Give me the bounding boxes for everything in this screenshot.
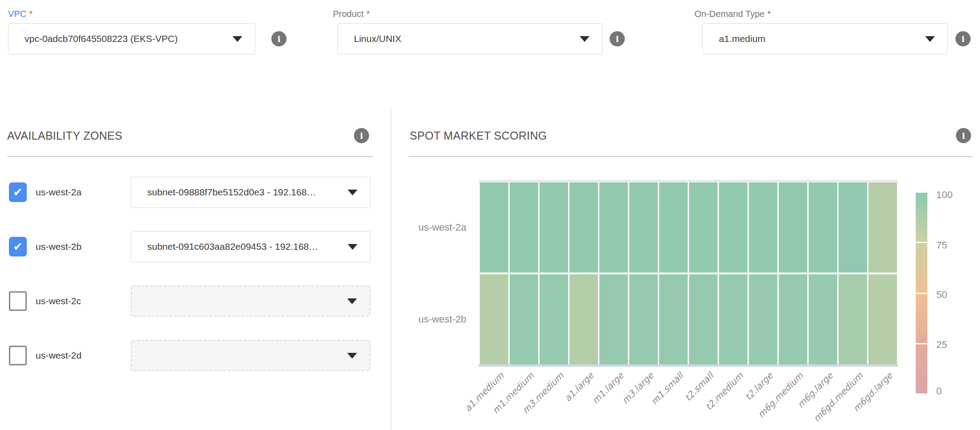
heatmap-cell-us-west-2b-m6gd.large — [868, 274, 897, 364]
on-demand-type-select[interactable]: a1.medium — [702, 23, 948, 54]
heatmap-cell-us-west-2b-m6gd.medium — [839, 274, 867, 364]
az-checkbox-us-west-2a[interactable]: ✔ — [9, 182, 27, 202]
product-label-text: Product — [333, 9, 364, 19]
subnet-select-us-west-2a[interactable]: subnet-09888f7be5152d0e3 - 192.168… — [131, 177, 370, 208]
heatmap-cell-us-west-2a-m6g.large — [809, 182, 837, 273]
heatmap-cell-us-west-2b-m3.medium — [540, 274, 568, 364]
subnet-select-us-west-2d[interactable] — [131, 340, 370, 371]
heatmap-cell-us-west-2a-m3.large — [629, 182, 658, 273]
check-icon: ✔ — [13, 240, 23, 254]
vpc-info-icon[interactable]: i — [271, 31, 287, 46]
heatmap-cell-us-west-2a-t2.small — [689, 182, 718, 273]
az-checkbox-us-west-2d[interactable]: ✔ — [9, 346, 27, 365]
chevron-down-icon — [233, 36, 242, 42]
heatmap-row-us-west-2b — [480, 274, 897, 364]
on-demand-type-info-icon[interactable]: i — [955, 31, 971, 46]
az-checkbox-us-west-2b[interactable]: ✔ — [9, 237, 27, 256]
product-select[interactable]: Linux/UNIX — [337, 23, 602, 54]
heatmap-cell-us-west-2a-m1.large — [599, 182, 628, 273]
heatmap-cell-us-west-2a-a1.large — [569, 182, 598, 273]
vpc-label-text: VPC — [8, 9, 26, 19]
colorbar-tick-label: 75 — [936, 240, 947, 251]
colorbar-segment — [916, 294, 927, 343]
heatmap-cell-us-west-2b-m6g.medium — [779, 274, 807, 364]
heatmap-cell-us-west-2a-m6gd.large — [868, 182, 897, 273]
on-demand-type-label-text: On-Demand Type — [694, 9, 765, 19]
panel-vertical-divider — [390, 109, 391, 430]
heatmap-row-us-west-2a — [480, 182, 897, 273]
vpc-required-asterisk: * — [29, 9, 33, 19]
az-checkbox-us-west-2c[interactable]: ✔ — [9, 291, 27, 311]
subnet-select-value: subnet-091c603aa82e09453 - 192.168… — [147, 241, 340, 252]
colorbar-tick-label: 25 — [936, 339, 947, 351]
heatmap-cell-us-west-2a-m3.medium — [540, 182, 568, 273]
chevron-down-icon — [348, 244, 357, 250]
colorbar-segment — [916, 243, 927, 292]
colorbar-tick-label: 50 — [936, 289, 947, 301]
spot-market-heatmap — [480, 182, 897, 364]
heatmap-cell-us-west-2b-m1.large — [599, 274, 628, 364]
product-field-label: Product* — [333, 9, 370, 19]
heatmap-cell-us-west-2a-m1.small — [659, 182, 688, 273]
subnet-select-us-west-2b[interactable]: subnet-091c603aa82e09453 - 192.168… — [131, 231, 370, 262]
colorbar-segment — [916, 344, 927, 393]
spot-market-scoring-title: SPOT MARKET SCORING — [410, 129, 547, 142]
az-row-us-west-2a: ✔ us-west-2a subnet-09888f7be5152d0e3 - … — [0, 177, 391, 208]
chevron-down-icon — [347, 353, 357, 359]
vpc-field-label: VPC* — [8, 9, 33, 19]
az-name-label: us-west-2a — [36, 177, 82, 208]
colorbar-tick-label: 100 — [936, 189, 953, 201]
az-row-us-west-2d: ✔ us-west-2d — [0, 340, 391, 371]
x-tick-label: m1.small — [649, 370, 685, 407]
chevron-down-icon — [580, 36, 590, 42]
az-row-us-west-2b: ✔ us-west-2b subnet-091c603aa82e09453 - … — [0, 231, 391, 262]
heatmap-cell-us-west-2b-t2.medium — [719, 274, 747, 364]
az-name-label: us-west-2d — [36, 340, 82, 371]
heatmap-cell-us-west-2b-a1.large — [569, 274, 598, 364]
availability-zones-info-icon[interactable]: i — [354, 128, 369, 143]
subnet-select-us-west-2c[interactable] — [131, 285, 370, 317]
on-demand-type-field-label: On-Demand Type* — [694, 9, 771, 19]
az-name-label: us-west-2b — [36, 231, 82, 262]
heatmap-cell-us-west-2b-t2.small — [689, 274, 718, 364]
availability-zones-divider — [7, 156, 373, 157]
heatmap-x-axis: a1.mediumm1.mediumm3.mediuma1.largem1.la… — [480, 370, 897, 430]
chevron-down-icon — [925, 36, 935, 42]
heatmap-cell-us-west-2b-m3.large — [629, 274, 658, 364]
y-tick-label: us-west-2b — [393, 314, 466, 325]
availability-zones-title: AVAILABILITY ZONES — [7, 129, 122, 142]
heatmap-bottom-edge — [478, 364, 898, 367]
heatmap-cell-us-west-2b-t2.large — [749, 274, 777, 364]
heatmap-cell-us-west-2a-m1.medium — [510, 182, 538, 273]
product-required-asterisk: * — [366, 9, 370, 19]
heatmap-cell-us-west-2a-m6gd.medium — [839, 182, 867, 273]
vpc-select[interactable]: vpc-0adcb70f645508223 (EKS-VPC) — [8, 23, 255, 54]
chevron-down-icon — [347, 298, 357, 304]
spot-market-scoring-divider — [409, 156, 973, 157]
heatmap-cell-us-west-2a-t2.medium — [719, 182, 747, 273]
x-tick-label: m1.large — [590, 370, 626, 406]
az-row-us-west-2c: ✔ us-west-2c — [0, 285, 391, 317]
vpc-select-value: vpc-0adcb70f645508223 (EKS-VPC) — [25, 33, 224, 44]
subnet-select-value: subnet-09888f7be5152d0e3 - 192.168… — [147, 187, 340, 198]
az-name-label: us-west-2c — [36, 285, 81, 317]
heatmap-cell-us-west-2b-m6g.large — [809, 274, 837, 364]
on-demand-type-select-value: a1.medium — [719, 33, 917, 44]
heatmap-cell-us-west-2a-t2.large — [749, 182, 777, 273]
y-tick-label: us-west-2a — [393, 222, 466, 233]
colorbar-segment — [916, 193, 927, 242]
heatmap-cell-us-west-2b-a1.medium — [480, 274, 508, 364]
heatmap-cell-us-west-2b-m1.medium — [510, 274, 538, 364]
heatmap-cell-us-west-2a-m6g.medium — [779, 182, 807, 273]
heatmap-cell-us-west-2b-m1.small — [659, 274, 688, 364]
product-info-icon[interactable]: i — [610, 31, 625, 46]
spot-market-scoring-info-icon[interactable]: i — [956, 128, 971, 143]
colorbar-tick-label: 0 — [936, 385, 942, 397]
heatmap-cell-us-west-2a-a1.medium — [480, 182, 508, 273]
on-demand-type-required-asterisk: * — [768, 9, 771, 19]
chevron-down-icon — [348, 190, 357, 195]
heatmap-colorbar — [916, 193, 927, 393]
product-select-value: Linux/UNIX — [354, 33, 572, 44]
check-icon: ✔ — [13, 186, 23, 199]
